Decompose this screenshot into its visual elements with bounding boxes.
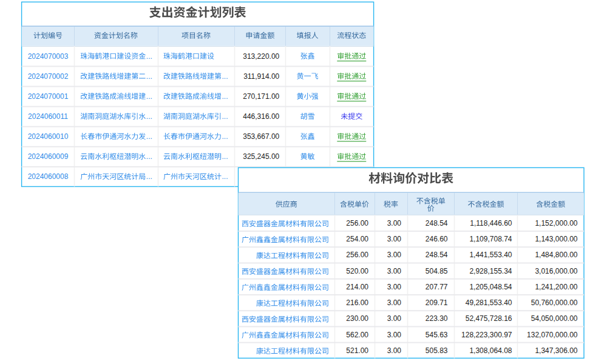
svg-text:3.00: 3.00	[387, 219, 402, 228]
svg-text:246.60: 246.60	[426, 235, 448, 243]
svg-text:311,914.00: 311,914.00	[243, 72, 279, 81]
svg-text:504.85: 504.85	[426, 267, 448, 275]
svg-text:313,220.00: 313,220.00	[243, 52, 279, 61]
svg-text:1,143,000.00: 1,143,000.00	[535, 235, 577, 243]
svg-text:54,050,000.00: 54,050,000.00	[531, 314, 578, 323]
svg-text:270,171.00: 270,171.00	[243, 92, 279, 101]
svg-text:3.00: 3.00	[387, 283, 402, 291]
svg-text:132,070,000.00: 132,070,000.00	[527, 331, 578, 339]
svg-text:...: ...	[222, 152, 228, 161]
svg-text:...: ...	[222, 132, 228, 141]
svg-text:...: ...	[146, 72, 152, 81]
svg-text:505.83: 505.83	[426, 346, 448, 355]
svg-text:520.00: 520.00	[346, 267, 368, 275]
svg-text:2024060009: 2024060009	[28, 152, 69, 161]
svg-text:223.30: 223.30	[426, 314, 448, 323]
svg-text:3.00: 3.00	[387, 314, 402, 323]
svg-text:1,205,048.54: 1,205,048.54	[469, 283, 512, 291]
svg-text:353,667.00: 353,667.00	[243, 132, 279, 141]
svg-text:2024060008: 2024060008	[28, 172, 69, 181]
svg-text:256.00: 256.00	[346, 251, 368, 259]
svg-text:2024060011: 2024060011	[28, 112, 68, 121]
svg-text:3,016,000.00: 3,016,000.00	[535, 267, 577, 275]
svg-text:325,245.00: 325,245.00	[243, 152, 279, 161]
svg-text:254.00: 254.00	[346, 235, 368, 243]
svg-text:52,475,728.16: 52,475,728.16	[466, 314, 512, 323]
svg-text:216.00: 216.00	[346, 298, 368, 307]
svg-text:446,316.00: 446,316.00	[243, 112, 279, 121]
svg-text:2,928,155.34: 2,928,155.34	[469, 267, 512, 275]
svg-text:2024060010: 2024060010	[28, 132, 69, 141]
svg-text:214.00: 214.00	[346, 283, 368, 291]
svg-text:3.00: 3.00	[387, 267, 402, 275]
svg-text:248.54: 248.54	[426, 219, 448, 228]
svg-text:1,118,446.60: 1,118,446.60	[470, 219, 512, 228]
svg-text:...: ...	[222, 92, 228, 101]
svg-text:1,484,800.00: 1,484,800.00	[535, 251, 577, 259]
svg-text:50,760,000.00: 50,760,000.00	[531, 298, 578, 307]
svg-text:...: ...	[222, 172, 228, 181]
svg-text:3.00: 3.00	[387, 346, 402, 355]
svg-text:2024070001: 2024070001	[28, 92, 69, 101]
svg-text:...: ...	[222, 112, 228, 121]
svg-text:256.00: 256.00	[346, 219, 368, 228]
svg-text:230.00: 230.00	[346, 314, 368, 323]
svg-text:207.77: 207.77	[426, 283, 448, 291]
svg-text:2024070003: 2024070003	[28, 52, 69, 61]
svg-text:...: ...	[146, 52, 152, 61]
svg-text:1,109,708.74: 1,109,708.74	[469, 235, 512, 243]
svg-text:1,241,200.00: 1,241,200.00	[535, 283, 577, 291]
svg-text:...: ...	[222, 72, 228, 81]
svg-text:...: ...	[146, 152, 152, 161]
svg-text:562.00: 562.00	[346, 331, 368, 339]
svg-text:209.71: 209.71	[426, 298, 448, 307]
svg-text:49,281,553.40: 49,281,553.40	[466, 298, 512, 307]
svg-text:...: ...	[146, 172, 152, 181]
svg-text:1,308,064.08: 1,308,064.08	[469, 346, 512, 355]
svg-text:545.63: 545.63	[426, 331, 448, 339]
svg-text:1,347,306.00: 1,347,306.00	[535, 346, 577, 355]
svg-text:3.00: 3.00	[387, 331, 402, 339]
svg-text:...: ...	[146, 132, 152, 141]
svg-text:1,441,553.40: 1,441,553.40	[469, 251, 512, 259]
svg-text:...: ...	[146, 112, 152, 121]
svg-text:521.00: 521.00	[346, 346, 368, 355]
svg-text:248.54: 248.54	[426, 251, 448, 259]
svg-text:128,223,300.97: 128,223,300.97	[461, 331, 512, 339]
svg-text:3.00: 3.00	[387, 251, 402, 259]
svg-text:...: ...	[146, 92, 152, 101]
svg-text:3.00: 3.00	[387, 298, 402, 307]
svg-text:2024070002: 2024070002	[28, 72, 69, 81]
svg-text:3.00: 3.00	[387, 235, 402, 243]
svg-text:1,152,000.00: 1,152,000.00	[535, 219, 577, 228]
